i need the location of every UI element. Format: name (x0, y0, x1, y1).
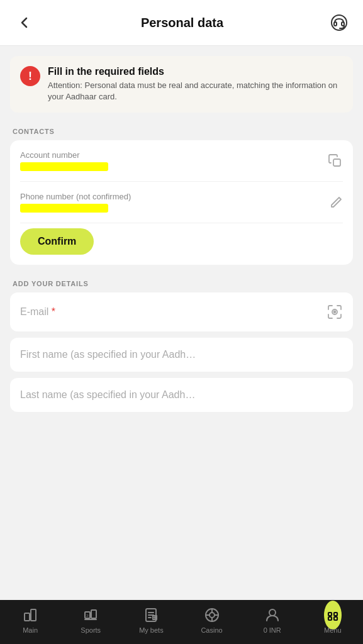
bottom-navigation: Main 2:1 Sports M (0, 600, 363, 644)
back-button[interactable] (13, 13, 36, 32)
nav-item-menu[interactable]: Menu (314, 606, 352, 634)
nav-label-menu: Menu (324, 626, 342, 634)
content-area: ! Fill in the required fields Attention:… (0, 46, 363, 485)
email-placeholder: E-mail (20, 306, 55, 318)
alert-icon: ! (20, 66, 40, 86)
nav-label-sports: Sports (81, 626, 101, 634)
alert-banner: ! Fill in the required fields Attention:… (10, 56, 353, 113)
home-icon (21, 606, 39, 624)
scan-icon[interactable] (327, 304, 343, 320)
svg-rect-29 (334, 617, 337, 620)
sports-icon: 2:1 (82, 606, 99, 624)
phone-number-row: Phone number (not confirmed) (20, 182, 343, 223)
copy-icon[interactable] (328, 153, 343, 169)
menu-icon (324, 606, 342, 624)
page-title: Personal data (141, 16, 223, 30)
svg-point-20 (209, 613, 215, 618)
first-name-placeholder: First name (as specified in your Aadh… (20, 349, 196, 360)
last-name-field[interactable]: Last name (as specified in your Aadh… (10, 378, 353, 412)
casino-icon (203, 606, 221, 624)
nav-label-mybets: My bets (139, 626, 164, 634)
svg-rect-7 (31, 609, 36, 621)
confirm-button-wrapper: Confirm (20, 223, 343, 265)
details-section-label: ADD YOUR DETAILS (10, 280, 353, 287)
nav-label-casino: Casino (201, 626, 222, 634)
svg-point-25 (269, 609, 276, 616)
header: Personal data (0, 0, 363, 46)
svg-text:2:1: 2:1 (86, 614, 92, 618)
svg-rect-2 (342, 22, 344, 26)
alert-description: Attention: Personal data must be real an… (48, 80, 343, 103)
nav-item-casino[interactable]: Casino (193, 606, 231, 634)
svg-rect-28 (328, 617, 332, 620)
edit-icon[interactable] (329, 196, 343, 209)
phone-value-masked (20, 204, 108, 213)
alert-text: Fill in the required fields Attention: P… (48, 66, 343, 103)
svg-rect-26 (328, 613, 332, 616)
nav-item-balance[interactable]: 0 INR (254, 606, 291, 634)
nav-item-main[interactable]: Main (11, 606, 49, 634)
nav-item-sports[interactable]: 2:1 Sports (72, 606, 109, 634)
email-field[interactable]: E-mail (10, 292, 353, 331)
support-icon[interactable] (328, 11, 350, 34)
account-value-masked (20, 162, 108, 171)
first-name-field[interactable]: First name (as specified in your Aadh… (10, 338, 353, 372)
nav-label-main: Main (23, 626, 38, 634)
account-number-row: Account number (20, 140, 343, 182)
contacts-card: Account number Phone number (not confirm… (10, 140, 353, 265)
svg-point-5 (334, 311, 336, 313)
svg-rect-9 (91, 610, 96, 618)
account-label: Account number (20, 150, 108, 160)
nav-label-balance: 0 INR (264, 626, 281, 634)
user-icon (264, 606, 281, 624)
svg-rect-3 (333, 159, 340, 166)
svg-rect-27 (334, 613, 337, 616)
svg-rect-1 (334, 22, 337, 26)
last-name-placeholder: Last name (as specified in your Aadh… (20, 389, 195, 401)
nav-item-mybets[interactable]: My bets (132, 606, 170, 634)
contacts-section-label: CONTACTS (10, 128, 353, 135)
phone-label: Phone number (not confirmed) (20, 192, 131, 201)
details-section: ADD YOUR DETAILS E-mail First name (as s… (10, 280, 353, 412)
svg-rect-6 (25, 613, 30, 621)
bets-icon (142, 606, 160, 624)
confirm-button[interactable]: Confirm (20, 228, 94, 255)
alert-title: Fill in the required fields (48, 66, 343, 77)
